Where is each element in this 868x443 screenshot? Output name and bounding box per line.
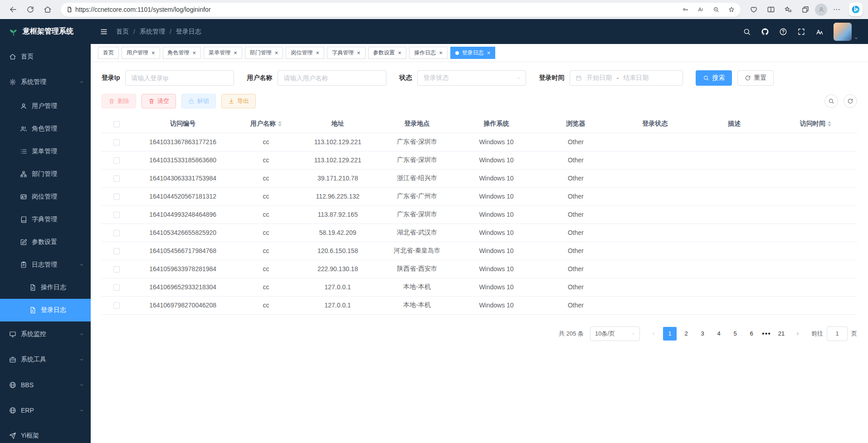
browser-essentials-button[interactable] [746,2,761,17]
sidebar-item-erp[interactable]: ERP [0,398,91,423]
close-icon[interactable]: × [439,50,443,56]
collapse-sidebar-button[interactable] [100,28,108,36]
unlock-button[interactable]: 解锁 [181,94,216,108]
delete-button[interactable]: 删除 [102,94,136,108]
sidebar-item-operation-log[interactable]: 操作日志 [0,276,91,299]
zoom-button[interactable] [710,4,722,15]
sidebar-item-login-log[interactable]: 登录日志 [0,299,91,321]
refresh-table-button[interactable] [844,94,857,108]
next-page-button[interactable] [791,327,805,341]
fullscreen-button[interactable] [797,28,805,36]
goto-page-input[interactable] [827,326,848,341]
clear-button[interactable]: 清空 [141,94,176,108]
page-button-3[interactable]: 3 [696,327,709,341]
tab-login-log[interactable]: 登录日志× [450,47,496,59]
close-icon[interactable]: × [398,50,402,56]
sort-icon[interactable] [828,119,831,128]
column-header-user-name[interactable]: 用户名称 [234,115,298,133]
favorites-bar-button[interactable] [780,2,796,17]
close-icon[interactable]: × [193,50,196,56]
row-checkbox[interactable] [113,175,120,182]
tab-dept-management[interactable]: 部门管理× [245,47,283,59]
sidebar-item-dict-management[interactable]: 字典管理 [0,208,91,231]
header-search-button[interactable] [743,28,751,36]
user-avatar[interactable] [834,23,852,41]
export-button[interactable]: 导出 [221,94,256,108]
browser-settings-button[interactable] [829,2,844,17]
page-button-last[interactable]: 21 [775,327,788,341]
row-checkbox[interactable] [113,157,120,164]
date-range-picker[interactable]: 开始日期 - 结束日期 [570,70,683,86]
row-checkbox[interactable] [113,212,120,218]
address-bar[interactable]: https://ccnetcore.com:1101/system/log/lo… [61,3,741,17]
browser-home-button[interactable] [40,2,55,17]
github-link-button[interactable] [761,28,769,36]
close-icon[interactable]: × [275,50,278,56]
select-all-checkbox[interactable] [113,121,120,127]
read-aloud-button[interactable] [694,4,707,15]
browser-back-button[interactable] [5,2,21,17]
tab-operation-log[interactable]: 操作日志× [409,47,448,59]
sidebar-item-menu-management[interactable]: 菜单管理 [0,140,91,163]
page-button-4[interactable]: 4 [712,327,726,341]
page-ellipsis[interactable]: ••• [760,330,773,338]
sidebar-item-dept-management[interactable]: 部门管理 [0,163,91,185]
row-checkbox[interactable] [113,139,120,146]
sidebar-item-role-management[interactable]: 角色管理 [0,117,91,140]
sidebar-item-post-management[interactable]: 岗位管理 [0,185,91,208]
sidebar-item-yi-framework[interactable]: Yi框架 [0,423,91,443]
login-ip-input[interactable] [125,70,234,86]
split-screen-button[interactable] [763,2,779,17]
column-header-visit-time[interactable]: 访问时间 [774,115,857,133]
sidebar-item-system-management[interactable]: 系统管理 [0,69,91,95]
sidebar-item-home[interactable]: 首页 [0,44,91,69]
sidebar-item-system-monitor[interactable]: 系统监控 [0,321,91,347]
prev-page-button[interactable] [647,327,660,341]
browser-refresh-button[interactable] [23,2,38,17]
row-checkbox[interactable] [113,194,120,200]
tab-home[interactable]: 首页 [98,47,119,59]
tab-param-settings[interactable]: 参数设置× [368,47,407,59]
browser-profile-button[interactable] [815,4,827,16]
sort-icon[interactable] [278,119,282,128]
sidebar-item-system-tools[interactable]: 系统工具 [0,347,91,372]
font-size-button[interactable] [815,28,824,36]
page-button-6[interactable]: 6 [745,327,758,341]
close-icon[interactable]: × [151,50,155,56]
tab-post-management[interactable]: 岗位管理× [286,47,324,59]
user-name-input[interactable] [278,70,386,86]
page-size-select[interactable]: 10条/页 [590,326,640,341]
row-checkbox[interactable] [113,302,120,309]
page-button-5[interactable]: 5 [728,327,742,341]
tab-dict-management[interactable]: 字典管理× [327,47,366,59]
row-checkbox[interactable] [113,284,120,291]
sidebar-item-user-management[interactable]: 用户管理 [0,95,91,117]
tab-role-management[interactable]: 角色管理× [163,47,201,59]
favorite-button[interactable] [725,4,738,15]
tab-user-management[interactable]: 用户管理× [122,47,160,59]
close-icon[interactable]: × [316,50,319,56]
collections-button[interactable] [798,2,813,17]
row-checkbox[interactable] [113,230,120,236]
sidebar-item-param-settings[interactable]: 参数设置 [0,231,91,253]
password-key-button[interactable] [679,4,692,15]
url-text[interactable]: https://ccnetcore.com:1101/system/log/lo… [75,6,676,13]
breadcrumb-system-management[interactable]: 系统管理 [140,28,165,36]
status-select[interactable]: 登录状态 [417,70,526,86]
sidebar-item-log-management[interactable]: 日志管理 [0,253,91,276]
page-button-2[interactable]: 2 [679,327,693,341]
breadcrumb-home[interactable]: 首页 [116,28,129,36]
row-checkbox[interactable] [113,266,120,273]
row-checkbox[interactable] [113,248,120,254]
sidebar-item-bbs[interactable]: BBS [0,372,91,398]
close-icon[interactable]: × [487,50,491,56]
page-button-1[interactable]: 1 [663,327,677,341]
reset-button[interactable]: 重置 [737,70,774,86]
user-menu[interactable] [834,23,859,41]
close-icon[interactable]: × [234,50,237,56]
search-button[interactable]: 搜索 [696,70,732,86]
bing-copilot-button[interactable] [849,3,863,16]
help-button[interactable] [779,28,787,36]
toggle-search-button[interactable] [824,94,838,108]
close-icon[interactable]: × [357,50,361,56]
